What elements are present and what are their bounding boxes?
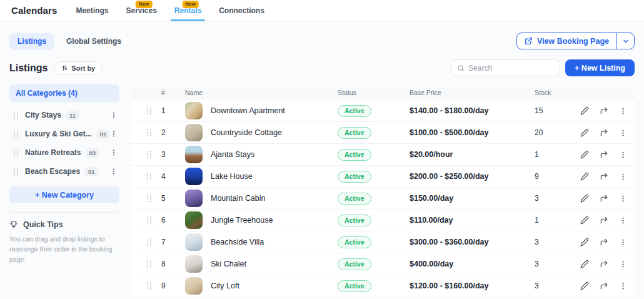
kebab-menu-icon[interactable] xyxy=(110,129,118,138)
stock-value: 1 xyxy=(535,150,575,159)
search-input[interactable] xyxy=(468,64,554,73)
tab-services[interactable]: New Services xyxy=(126,0,156,21)
drag-handle-icon[interactable] xyxy=(13,168,19,176)
drag-handle-icon[interactable] xyxy=(13,130,19,138)
top-nav: Meetings New Services New Rentals Connec… xyxy=(76,0,264,21)
edit-pencil-icon[interactable] xyxy=(580,194,589,203)
edit-pencil-icon[interactable] xyxy=(580,281,589,290)
listing-name[interactable]: Countryside Cottage xyxy=(211,128,282,137)
share-forward-icon[interactable] xyxy=(600,150,608,159)
tab-rentals[interactable]: New Rentals xyxy=(174,0,201,21)
category-item-city-stays[interactable]: City Stays 11 xyxy=(9,106,119,124)
drag-handle-icon[interactable] xyxy=(131,150,156,159)
drag-handle-icon[interactable] xyxy=(131,260,156,268)
edit-pencil-icon[interactable] xyxy=(580,238,589,246)
kebab-menu-icon[interactable] xyxy=(619,128,627,138)
tab-connections[interactable]: Connections xyxy=(219,0,264,21)
stock-value: 9 xyxy=(535,172,575,181)
tab-global-settings[interactable]: Global Settings xyxy=(58,33,129,49)
tab-meetings[interactable]: Meetings xyxy=(76,0,108,21)
listing-name[interactable]: Jungle Treehouse xyxy=(211,216,273,225)
share-forward-icon[interactable] xyxy=(600,281,608,290)
drag-handle-icon[interactable] xyxy=(131,194,156,203)
share-forward-icon[interactable] xyxy=(600,194,608,203)
listing-name[interactable]: Ski Chalet xyxy=(211,260,246,268)
listing-name[interactable]: Beachside Villa xyxy=(211,238,264,246)
kebab-menu-icon[interactable] xyxy=(619,194,627,203)
kebab-menu-icon[interactable] xyxy=(110,148,118,157)
kebab-menu-icon[interactable] xyxy=(619,150,627,160)
share-forward-icon[interactable] xyxy=(600,216,608,225)
all-categories-item[interactable]: All Categories (4) xyxy=(9,84,119,102)
category-name: Nature Retreats xyxy=(25,148,81,157)
listing-thumbnail xyxy=(185,146,203,163)
status-badge: Active xyxy=(338,127,371,139)
sort-by-button[interactable]: Sort by xyxy=(54,61,103,75)
drag-handle-icon[interactable] xyxy=(131,128,156,137)
table-row: 2 Countryside Cottage Active $100.00 - $… xyxy=(131,122,635,144)
category-item-nature-retreats[interactable]: Nature Retreats 03 xyxy=(9,143,119,162)
share-forward-icon[interactable] xyxy=(600,238,608,246)
new-listing-button[interactable]: + New Listing xyxy=(565,59,635,76)
col-header-stock: Stock xyxy=(535,89,575,96)
listing-thumbnail xyxy=(185,211,203,229)
kebab-menu-icon[interactable] xyxy=(619,216,627,225)
edit-pencil-icon[interactable] xyxy=(580,216,589,225)
category-count-badge: 11 xyxy=(66,111,79,120)
listing-name[interactable]: Downtown Apartment xyxy=(211,106,285,115)
kebab-menu-icon[interactable] xyxy=(619,238,627,247)
edit-pencil-icon[interactable] xyxy=(580,150,589,159)
table-row: 4 Lake House Active $200.00 - $250.00/da… xyxy=(131,166,635,188)
table-row: 9 City Loft Active $120.00 - $160.00/day… xyxy=(131,275,635,297)
row-number: 1 xyxy=(156,106,185,115)
table-row: 3 Ajanta Stays Active $20.00/hour 1 xyxy=(131,144,635,166)
edit-pencil-icon[interactable] xyxy=(580,260,589,268)
edit-pencil-icon[interactable] xyxy=(580,172,589,181)
listing-name[interactable]: Mountain Cabin xyxy=(211,194,266,203)
kebab-menu-icon[interactable] xyxy=(619,106,627,116)
drag-handle-icon[interactable] xyxy=(13,111,19,119)
edit-pencil-icon[interactable] xyxy=(580,128,589,137)
listing-name[interactable]: Lake House xyxy=(211,172,253,181)
category-item-beach-escapes[interactable]: Beach Escapes 01 xyxy=(9,162,119,181)
edit-pencil-icon[interactable] xyxy=(580,106,589,115)
kebab-menu-icon[interactable] xyxy=(619,281,627,291)
sub-nav: Listings Global Settings View Booking Pa… xyxy=(9,33,635,49)
sidebar-divider xyxy=(9,212,119,213)
listing-thumbnail xyxy=(185,124,203,141)
drag-handle-icon[interactable] xyxy=(131,106,156,115)
share-forward-icon[interactable] xyxy=(600,106,608,115)
stock-value: 3 xyxy=(535,281,575,290)
stock-value: 3 xyxy=(535,260,575,268)
listing-name[interactable]: City Loft xyxy=(211,281,239,290)
row-number: 2 xyxy=(156,128,185,137)
view-booking-page-button[interactable]: View Booking Page xyxy=(517,33,616,49)
row-number: 9 xyxy=(156,281,185,290)
view-booking-page-dropdown-button[interactable] xyxy=(616,33,634,49)
share-forward-icon[interactable] xyxy=(600,260,608,268)
drag-handle-icon[interactable] xyxy=(13,149,19,157)
kebab-menu-icon[interactable] xyxy=(619,260,627,269)
listing-thumbnail xyxy=(185,102,203,119)
category-item-luxury-ski[interactable]: Luxury & Ski Get... 01 xyxy=(9,124,119,143)
listing-name[interactable]: Ajanta Stays xyxy=(211,150,254,159)
rentals-listings-page: Calendars Meetings New Services New Rent… xyxy=(0,0,644,299)
category-name: City Stays xyxy=(25,111,61,119)
share-forward-icon[interactable] xyxy=(600,128,608,137)
kebab-menu-icon[interactable] xyxy=(110,167,118,176)
kebab-menu-icon[interactable] xyxy=(619,172,627,181)
stock-value: 3 xyxy=(535,238,575,246)
kebab-menu-icon[interactable] xyxy=(110,111,118,119)
view-booking-page-split-button: View Booking Page xyxy=(516,33,635,49)
search-icon xyxy=(457,64,465,72)
share-forward-icon[interactable] xyxy=(600,172,608,181)
drag-handle-icon[interactable] xyxy=(131,238,156,246)
drag-handle-icon[interactable] xyxy=(131,216,156,225)
base-price: $100.00 - $500.00/day xyxy=(410,128,535,137)
drag-handle-icon[interactable] xyxy=(131,172,156,181)
new-category-button[interactable]: + New Category xyxy=(9,186,119,203)
drag-handle-icon[interactable] xyxy=(131,281,156,290)
tab-listings[interactable]: Listings xyxy=(9,33,54,49)
base-price: $400.00/day xyxy=(410,260,535,268)
base-price: $150.00/day xyxy=(410,194,535,203)
